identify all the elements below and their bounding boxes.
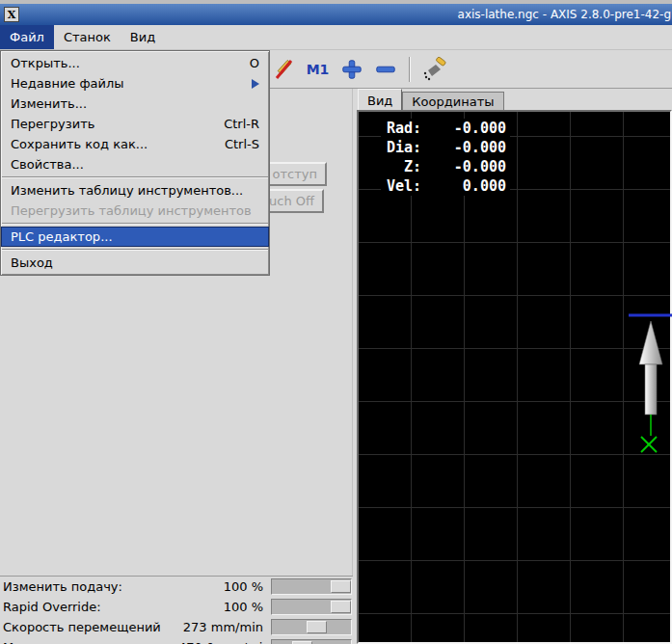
menu-item-label: PLC редактор... bbox=[11, 229, 259, 244]
optional-stop-button[interactable]: M1 bbox=[305, 56, 331, 82]
menu-item-label: Перегрузить bbox=[11, 117, 206, 131]
feed-override-label: Изменить подачу: bbox=[3, 579, 178, 594]
title-bar: X axis-lathe.ngc - AXIS 2.8.0-pre1-42-g bbox=[0, 4, 672, 25]
slider-handle[interactable] bbox=[307, 621, 327, 633]
jog-speed-label: Скорость перемещений bbox=[3, 620, 178, 634]
rapid-override-value: 100 % bbox=[178, 600, 263, 614]
dro-value: 0.000 bbox=[421, 176, 506, 196]
dro-label: Rad: bbox=[385, 119, 421, 138]
rapid-override-slider[interactable] bbox=[271, 599, 352, 615]
tab-preview[interactable]: Вид bbox=[358, 89, 402, 110]
menu-item-label: Сохранить код как... bbox=[11, 137, 207, 151]
slider-handle[interactable] bbox=[331, 580, 351, 593]
menu-item-recent-files[interactable]: Недавние файлы bbox=[1, 73, 269, 94]
preview-canvas[interactable]: Rad: -0.000 Dia: -0.000 Z: -0.000 Vel: 0… bbox=[357, 110, 672, 644]
tab-dro[interactable]: Координаты bbox=[402, 92, 503, 110]
menu-item-save-gcode-as[interactable]: Сохранить код как... Ctrl-S bbox=[1, 134, 269, 154]
dro-row-vel: Vel: 0.000 bbox=[385, 176, 506, 196]
jog-speed-slider[interactable] bbox=[271, 619, 352, 635]
menu-item-plc-editor[interactable]: PLC редактор... bbox=[1, 227, 269, 247]
max-velocity-row: Максимальная скорость: 470.0 mm/min bbox=[0, 637, 353, 644]
menu-item-label: Открыть... bbox=[11, 56, 232, 70]
window-menu-icon[interactable]: X bbox=[4, 7, 19, 22]
max-velocity-value: 470.0 mm/min bbox=[178, 640, 263, 644]
optional-stop-m1-icon: M1 bbox=[307, 62, 330, 77]
menu-item-accel: O bbox=[250, 56, 259, 70]
toolbar-separator bbox=[409, 57, 411, 82]
dro-value: -0.000 bbox=[421, 157, 506, 176]
feed-override-value: 100 % bbox=[178, 579, 263, 594]
menu-item-edit-tool-table[interactable]: Изменить таблицу инструментов... bbox=[1, 180, 269, 201]
menu-item-reload-tool-table: Перегрузить таблицу инструментов bbox=[1, 201, 269, 221]
skip-lines-slash-button[interactable] bbox=[271, 56, 297, 82]
zoom-in-icon bbox=[340, 58, 363, 81]
menubar-file[interactable]: Файл bbox=[0, 25, 54, 49]
menu-item-label: Свойства... bbox=[11, 157, 259, 172]
rapid-override-label: Rapid Override: bbox=[3, 600, 178, 614]
tool-position-marker bbox=[605, 309, 672, 464]
menu-separator bbox=[2, 249, 268, 251]
menu-item-edit[interactable]: Изменить... bbox=[1, 94, 269, 114]
menu-bar: Файл Станок Вид bbox=[0, 25, 672, 50]
submenu-arrow-icon bbox=[252, 79, 259, 89]
menu-item-label: Недавние файлы bbox=[11, 76, 240, 91]
menu-item-quit[interactable]: Выход bbox=[1, 253, 269, 273]
feed-override-slider[interactable] bbox=[271, 578, 352, 595]
file-menu-dropdown: Открыть... O Недавние файлы Изменить... … bbox=[0, 50, 270, 276]
menu-item-accel: Ctrl-S bbox=[225, 137, 259, 151]
menu-item-accel: Ctrl-R bbox=[224, 117, 259, 131]
dro-row-z: Z: -0.000 bbox=[385, 157, 506, 176]
zoom-in-button[interactable] bbox=[338, 56, 364, 82]
jog-speed-value: 273 mm/min bbox=[178, 620, 263, 634]
menu-item-open[interactable]: Открыть... O bbox=[1, 53, 269, 73]
menu-item-label: Изменить... bbox=[11, 96, 259, 111]
feed-override-row: Изменить подачу: 100 % bbox=[0, 577, 353, 597]
dro-label: Dia: bbox=[385, 138, 421, 157]
dro-row-rad: Rad: -0.000 bbox=[385, 119, 506, 138]
menu-separator bbox=[2, 176, 268, 178]
menu-item-label: Изменить таблицу инструментов... bbox=[11, 183, 259, 198]
menu-item-label: Перегрузить таблицу инструментов bbox=[11, 203, 259, 218]
rapid-override-row: Rapid Override: 100 % bbox=[0, 597, 353, 617]
override-sliders-panel: Изменить подачу: 100 % Rapid Override: 1… bbox=[0, 576, 353, 644]
zoom-out-button[interactable] bbox=[372, 56, 398, 82]
dro-row-dia: Dia: -0.000 bbox=[385, 138, 506, 157]
jog-speed-row: Скорость перемещений 273 mm/min bbox=[0, 617, 353, 637]
max-velocity-slider[interactable] bbox=[271, 639, 352, 644]
dro-label: Vel: bbox=[385, 176, 421, 196]
notebook-tabs: Вид Координаты bbox=[354, 89, 672, 110]
clear-plot-button[interactable] bbox=[421, 56, 447, 82]
menu-item-label: Выход bbox=[11, 255, 259, 270]
preview-panel: Вид Координаты Rad: -0.000 Dia: -0.000 Z… bbox=[354, 89, 672, 644]
menu-item-properties[interactable]: Свойства... bbox=[1, 154, 269, 174]
dro-value: -0.000 bbox=[421, 119, 506, 138]
clear-plot-brush-icon bbox=[422, 57, 447, 82]
zoom-out-icon bbox=[374, 58, 397, 81]
origin-x-marker-icon bbox=[641, 437, 657, 452]
menu-separator bbox=[2, 223, 268, 225]
menubar-machine[interactable]: Станок bbox=[54, 25, 121, 49]
dro-readout: Rad: -0.000 Dia: -0.000 Z: -0.000 Vel: 0… bbox=[381, 119, 510, 196]
window-title: axis-lathe.ngc - AXIS 2.8.0-pre1-42-g bbox=[458, 8, 672, 21]
slider-handle[interactable] bbox=[331, 601, 351, 613]
max-velocity-label: Максимальная скорость: bbox=[3, 640, 178, 644]
dro-label: Z: bbox=[385, 157, 421, 176]
tool-arrow-shaft bbox=[645, 364, 657, 415]
dro-value: -0.000 bbox=[421, 138, 506, 157]
tool-arrow-head bbox=[639, 321, 662, 364]
menu-item-reload[interactable]: Перегрузить Ctrl-R bbox=[1, 114, 269, 134]
menubar-view[interactable]: Вид bbox=[121, 25, 165, 49]
skip-lines-icon bbox=[272, 57, 297, 82]
